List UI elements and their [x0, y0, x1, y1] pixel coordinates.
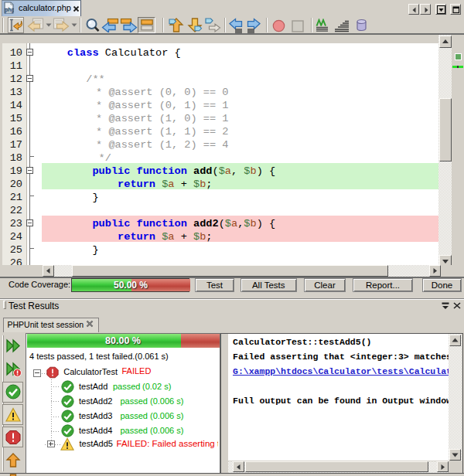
svg-text:php: php [5, 6, 14, 13]
